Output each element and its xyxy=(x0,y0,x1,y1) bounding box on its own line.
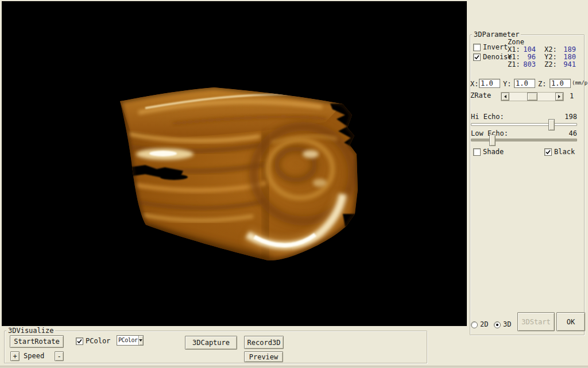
mode-2d-radio[interactable] xyxy=(471,321,478,328)
hi-echo-slider-thumb[interactable] xyxy=(548,119,555,131)
zrate-value: 1 xyxy=(570,93,574,100)
zone-z1-value: 803 xyxy=(520,61,536,68)
checkmark-icon xyxy=(76,338,83,344)
low-echo-value: 46 xyxy=(553,130,577,137)
mode-2d-label: 2D xyxy=(480,321,488,328)
scale-unit-label: (mm/p) xyxy=(572,79,588,87)
3dparameter-title: 3DParameter xyxy=(472,31,521,38)
mode-3d-radio[interactable] xyxy=(494,321,501,328)
zrate-scrollbar[interactable] xyxy=(501,92,564,101)
pcolor-dropdown[interactable]: PColor xyxy=(117,335,144,346)
mode-3d-label: 3D xyxy=(503,321,511,328)
speed-minus-button[interactable]: - xyxy=(55,351,64,361)
shade-label: Shade xyxy=(483,148,504,156)
zrate-scrollbar-thumb[interactable] xyxy=(527,93,537,101)
dropdown-arrow-icon[interactable] xyxy=(138,336,143,345)
y-scale-label: Y: xyxy=(503,80,511,88)
speed-label: Speed xyxy=(24,352,44,360)
window-bottom-edge xyxy=(0,366,588,368)
app-window: { "param_panel": { "title": "3DParameter… xyxy=(0,0,588,368)
radio-dot-icon xyxy=(496,324,498,326)
invert-label: Invert xyxy=(483,44,508,51)
zrate-label: ZRate xyxy=(470,92,491,99)
y-scale-field[interactable] xyxy=(514,79,535,88)
black-label: Black xyxy=(554,148,575,156)
zone-z2-label: Z2: xyxy=(544,61,557,68)
x-scale-label: X: xyxy=(470,80,478,88)
invert-checkbox[interactable] xyxy=(473,44,481,51)
black-checkbox[interactable] xyxy=(544,148,552,156)
render-viewport[interactable] xyxy=(2,1,467,326)
zone-z1-label: Z1: xyxy=(508,61,520,68)
hi-echo-label: Hi Echo: xyxy=(471,113,504,121)
pcolor-dropdown-value: PColor xyxy=(117,336,138,345)
pcolor-checkbox[interactable] xyxy=(76,338,83,345)
preview-button[interactable]: Preview xyxy=(244,351,283,362)
hi-echo-value: 198 xyxy=(553,113,577,121)
x-scale-field[interactable] xyxy=(479,79,500,88)
parameter-panel: 3DParameter Invert Denoise Zone X1: 104 … xyxy=(467,0,588,368)
hi-echo-slider[interactable] xyxy=(471,123,577,126)
z-scale-label: Z: xyxy=(538,80,546,88)
low-echo-slider[interactable] xyxy=(471,139,577,141)
3dcapture-button[interactable]: 3DCapture xyxy=(185,336,237,350)
ok-button[interactable]: OK xyxy=(556,312,585,331)
3d-volume-render xyxy=(2,1,467,326)
low-echo-slider-thumb[interactable] xyxy=(489,135,496,146)
3dvisualize-title: 3DVisualize xyxy=(6,327,55,334)
checkmark-icon xyxy=(474,54,480,60)
zrate-left-arrow-icon[interactable] xyxy=(501,93,509,101)
speed-plus-button[interactable]: + xyxy=(10,351,20,361)
start-rotate-button[interactable]: StartRotate xyxy=(10,335,64,348)
checkmark-icon xyxy=(545,149,551,155)
visualize-panel: 3DVisualize StartRotate + Speed - PColor… xyxy=(0,326,467,366)
denoise-checkbox[interactable] xyxy=(473,53,481,61)
3dstart-button[interactable]: 3DStart xyxy=(517,312,555,331)
shade-checkbox[interactable] xyxy=(473,148,481,156)
zrate-scrollbar-track[interactable] xyxy=(509,93,555,101)
z-scale-field[interactable] xyxy=(550,79,571,88)
record3d-button[interactable]: Record3D xyxy=(244,336,284,349)
zrate-right-arrow-icon[interactable] xyxy=(555,93,563,101)
pcolor-label: PColor xyxy=(86,338,110,345)
zone-z2-value: 941 xyxy=(556,61,576,68)
